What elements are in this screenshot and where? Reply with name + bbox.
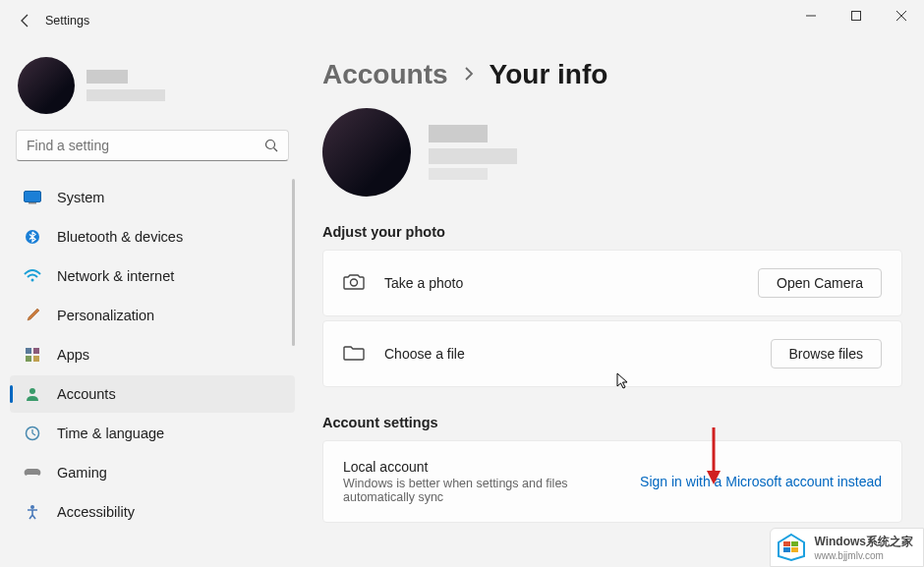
svg-rect-5: [29, 202, 36, 204]
card-local-account: Local account Windows is better when set…: [322, 440, 902, 523]
minimize-button[interactable]: [788, 0, 834, 31]
card-label: Choose a file: [384, 346, 771, 362]
maximize-icon: [851, 11, 861, 21]
svg-point-7: [31, 279, 34, 282]
sidebar-item-label: Accessibility: [57, 504, 135, 520]
sidebar-item-bluetooth[interactable]: Bluetooth & devices: [10, 218, 295, 255]
apps-icon: [24, 346, 41, 364]
signin-microsoft-link[interactable]: Sign in with a Microsoft account instead: [640, 474, 882, 489]
svg-rect-8: [26, 348, 31, 354]
svg-rect-1: [852, 12, 861, 21]
sidebar-item-network[interactable]: Network & internet: [10, 257, 295, 295]
watermark: Windows系统之家 www.bjjmlv.com: [770, 528, 924, 567]
wifi-icon: [24, 267, 41, 285]
svg-rect-18: [791, 541, 798, 546]
chevron-right-icon: [464, 65, 474, 85]
brush-icon: [24, 307, 41, 324]
section-adjust-photo: Adjust your photo: [322, 224, 902, 240]
bluetooth-icon: [24, 228, 41, 246]
browse-files-button[interactable]: Browse files: [771, 339, 882, 369]
system-icon: [24, 189, 41, 206]
section-account-settings: Account settings: [322, 415, 902, 430]
sidebar-item-label: Gaming: [57, 465, 107, 481]
card-label: Take a photo: [384, 275, 758, 291]
local-account-desc: Windows is better when settings and file…: [343, 477, 640, 504]
local-account-title: Local account: [343, 459, 640, 475]
titlebar: Settings: [0, 0, 924, 41]
main-content: Accounts Your info Adjust your photo Tak…: [297, 41, 924, 567]
search-box[interactable]: [16, 130, 289, 161]
back-button[interactable]: [6, 1, 45, 40]
svg-rect-11: [33, 356, 39, 362]
sidebar-item-label: Network & internet: [57, 268, 174, 284]
sidebar-item-time[interactable]: Time & language: [10, 415, 295, 452]
clock-globe-icon: [24, 425, 41, 442]
svg-line-3: [274, 148, 278, 152]
folder-icon: [343, 343, 365, 365]
svg-point-14: [30, 505, 34, 509]
sidebar-item-system[interactable]: System: [10, 179, 295, 216]
sidebar-item-apps[interactable]: Apps: [10, 336, 295, 373]
profile-avatar: [322, 108, 411, 197]
svg-point-2: [266, 141, 275, 149]
windows-logo-icon: [775, 533, 808, 562]
window-title: Settings: [45, 14, 89, 28]
close-icon: [896, 11, 906, 21]
profile-row: [322, 108, 902, 197]
sidebar-item-accounts[interactable]: Accounts: [10, 375, 295, 413]
sidebar-item-gaming[interactable]: Gaming: [10, 454, 295, 491]
svg-rect-17: [783, 541, 790, 546]
person-icon: [24, 385, 41, 403]
sidebar-item-accessibility[interactable]: Accessibility: [10, 493, 295, 531]
svg-rect-20: [791, 547, 798, 552]
sidebar-item-label: Accounts: [57, 386, 116, 402]
svg-point-12: [29, 388, 35, 394]
gamepad-icon: [24, 464, 41, 482]
nav-list: System Bluetooth & devices Network & int…: [10, 179, 295, 531]
search-input[interactable]: [27, 138, 264, 153]
svg-rect-19: [783, 547, 790, 552]
user-block[interactable]: [10, 51, 295, 130]
profile-text: [429, 125, 517, 180]
watermark-line1: Windows系统之家: [814, 534, 913, 550]
window-controls: [788, 0, 924, 31]
card-take-photo: Take a photo Open Camera: [322, 250, 902, 316]
sidebar-item-label: Time & language: [57, 425, 164, 441]
svg-point-15: [351, 279, 358, 286]
maximize-button[interactable]: [834, 0, 879, 31]
arrow-left-icon: [18, 13, 33, 28]
camera-icon: [343, 272, 365, 294]
breadcrumb-accounts[interactable]: Accounts: [322, 59, 448, 90]
sidebar: System Bluetooth & devices Network & int…: [0, 41, 297, 567]
svg-rect-9: [33, 348, 39, 354]
accessibility-icon: [24, 503, 41, 521]
user-text: [87, 70, 165, 101]
breadcrumb-yourinfo: Your info: [490, 59, 608, 90]
card-choose-file: Choose a file Browse files: [322, 320, 902, 387]
avatar: [18, 57, 75, 114]
sidebar-item-label: Personalization: [57, 308, 154, 323]
sidebar-item-personalization[interactable]: Personalization: [10, 297, 295, 334]
sidebar-item-label: Apps: [57, 347, 89, 363]
open-camera-button[interactable]: Open Camera: [758, 268, 882, 298]
watermark-line2: www.bjjmlv.com: [814, 550, 913, 561]
sidebar-item-label: System: [57, 190, 104, 205]
svg-rect-10: [26, 356, 31, 362]
sidebar-item-label: Bluetooth & devices: [57, 229, 183, 245]
minimize-icon: [806, 11, 816, 21]
svg-rect-4: [25, 192, 41, 202]
breadcrumb: Accounts Your info: [322, 59, 902, 90]
close-button[interactable]: [879, 0, 924, 31]
search-icon: [264, 139, 278, 152]
